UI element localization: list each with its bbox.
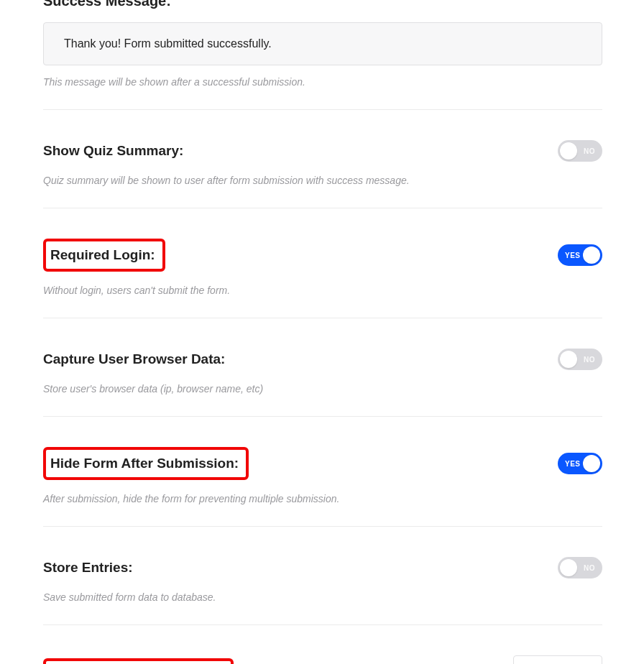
toggle-text: NO: [584, 147, 595, 155]
toggle-knob: [583, 246, 600, 264]
helper-required-login: Without login, users can't submit the fo…: [43, 285, 602, 296]
toggle-store-entries[interactable]: NO: [558, 557, 602, 578]
row-browser-data: Capture User Browser Data: NO Store user…: [43, 318, 602, 417]
toggle-knob: [560, 142, 577, 160]
toggle-text: NO: [584, 564, 595, 572]
row-store-entries: Store Entries: NO Save submitted form da…: [43, 527, 602, 625]
toggle-text: YES: [565, 252, 581, 259]
toggle-knob: [560, 351, 577, 368]
helper-show-quiz-summary: Quiz summary will be shown to user after…: [43, 175, 602, 186]
highlight-required-login: Required Login:: [43, 239, 165, 272]
success-message-helper: This message will be shown after a succe…: [43, 76, 602, 88]
helper-store-entries: Save submitted form data to database.: [43, 591, 602, 603]
toggle-show-quiz-summary[interactable]: NO: [558, 140, 602, 162]
label-show-quiz-summary: Show Quiz Summary:: [43, 143, 183, 159]
toggle-knob: [583, 455, 600, 472]
row-limit-entries: Limit Total Entries: YES Limit the total…: [43, 625, 602, 664]
row-hide-after-submission: Hide Form After Submission: YES After su…: [43, 417, 602, 527]
toggle-required-login[interactable]: YES: [558, 244, 602, 266]
row-required-login: Required Login: YES Without login, users…: [43, 208, 602, 318]
toggle-knob: [560, 559, 577, 576]
label-required-login: Required Login:: [50, 247, 155, 263]
toggle-browser-data[interactable]: NO: [558, 349, 602, 370]
toggle-hide-after-submission[interactable]: YES: [558, 453, 602, 474]
input-limit-entries[interactable]: [513, 655, 602, 664]
helper-hide-after-submission: After submission, hide the form for prev…: [43, 493, 602, 504]
label-browser-data: Capture User Browser Data:: [43, 351, 225, 367]
toggle-text: NO: [584, 356, 595, 364]
helper-browser-data: Store user's browser data (ip, browser n…: [43, 383, 602, 395]
success-message-input[interactable]: Thank you! Form submitted successfully.: [43, 22, 602, 65]
row-show-quiz-summary: Show Quiz Summary: NO Quiz summary will …: [43, 110, 602, 208]
label-store-entries: Store Entries:: [43, 560, 133, 576]
label-hide-after-submission: Hide Form After Submission:: [50, 456, 239, 471]
success-message-heading: Success Message:: [43, 0, 602, 9]
toggle-text: YES: [565, 460, 581, 468]
highlight-hide-after-submission: Hide Form After Submission:: [43, 447, 249, 480]
highlight-limit-entries: Limit Total Entries: YES: [43, 658, 234, 664]
